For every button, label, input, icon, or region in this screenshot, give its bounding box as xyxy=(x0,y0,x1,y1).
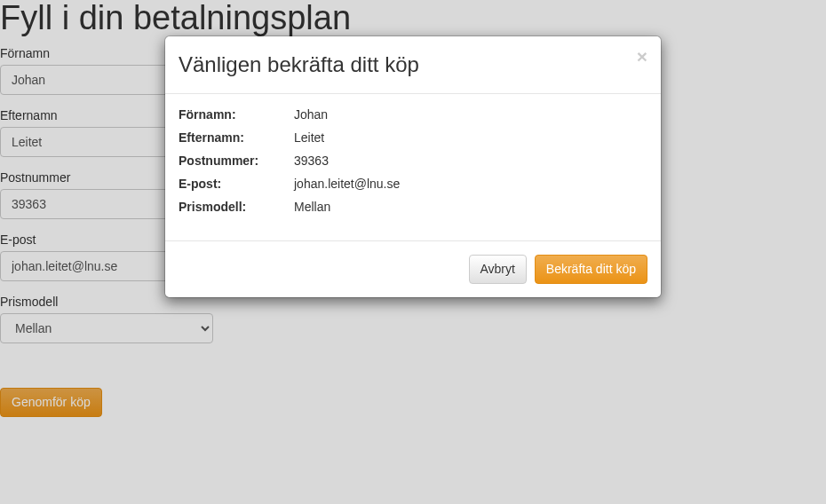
confirm-modal: × Vänligen bekräfta ditt köp Förnamn: Jo… xyxy=(164,35,662,298)
modal-title: Vänligen bekräfta ditt köp xyxy=(179,50,647,80)
confirm-value-epost: johan.leitet@lnu.se xyxy=(294,177,400,191)
confirm-row-fornamn: Förnamn: Johan xyxy=(179,107,647,122)
confirm-value-fornamn: Johan xyxy=(294,107,328,122)
confirm-row-epost: E-post: johan.leitet@lnu.se xyxy=(179,177,647,191)
confirm-label-epost: E-post: xyxy=(179,177,294,191)
confirm-row-efternamn: Efternamn: Leitet xyxy=(179,130,647,145)
confirm-row-postnummer: Postnummer: 39363 xyxy=(179,154,647,168)
confirm-label-fornamn: Förnamn: xyxy=(179,107,294,122)
confirm-button[interactable]: Bekräfta ditt köp xyxy=(535,255,647,285)
confirm-label-efternamn: Efternamn: xyxy=(179,130,294,145)
confirm-value-postnummer: 39363 xyxy=(294,154,329,168)
confirm-value-efternamn: Leitet xyxy=(294,130,324,145)
close-icon[interactable]: × xyxy=(637,47,647,66)
confirm-label-prismodell: Prismodell: xyxy=(179,200,294,214)
confirm-label-postnummer: Postnummer: xyxy=(179,154,294,168)
cancel-button[interactable]: Avbryt xyxy=(469,255,527,285)
confirm-value-prismodell: Mellan xyxy=(294,200,330,214)
confirm-row-prismodell: Prismodell: Mellan xyxy=(179,200,647,214)
